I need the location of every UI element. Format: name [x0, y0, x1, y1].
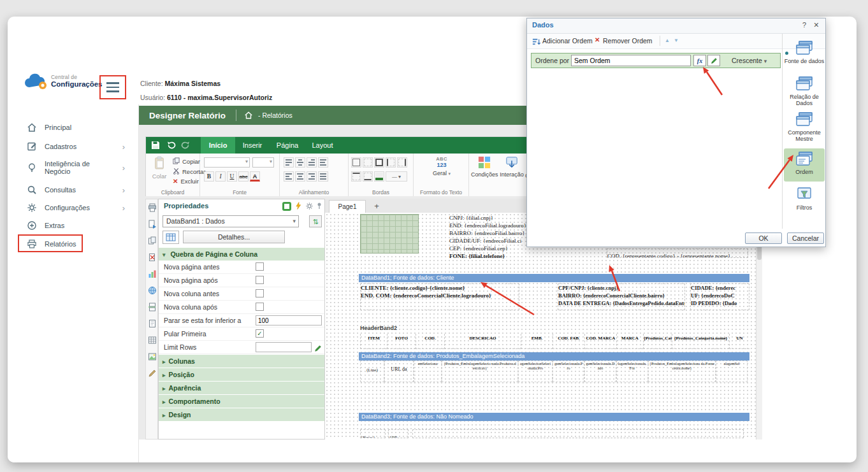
column-header[interactable]: FOTO	[387, 334, 416, 349]
italic-button[interactable]: I	[215, 171, 226, 182]
tool-image-icon[interactable]	[148, 352, 157, 361]
report-cell[interactable]: (Line)	[360, 361, 384, 382]
bold-button[interactable]: B	[204, 171, 214, 182]
dialog-tab-filtros[interactable]: Filtros	[783, 184, 825, 216]
fill-color-icon[interactable]	[374, 171, 384, 182]
section-comportamento[interactable]: ▸Comportamento	[159, 395, 324, 408]
save-icon[interactable]	[150, 140, 161, 153]
close-icon[interactable]: ×	[814, 20, 819, 30]
limit-rows-input[interactable]	[256, 342, 312, 352]
sidebar-item-extras[interactable]: Extras	[8, 218, 139, 233]
report-cell[interactable]: {Produtos_EmbalagemSeleciona da.Forneced…	[648, 361, 716, 382]
order-value-input[interactable]	[571, 55, 691, 66]
tool-edit-icon[interactable]	[148, 369, 157, 378]
fx-button[interactable]: fx	[693, 55, 706, 66]
ok-button[interactable]: OK	[745, 232, 782, 244]
cancel-button[interactable]: Cancelar	[787, 232, 824, 244]
representante-field[interactable]: COD. {representante.codigo} - {represent…	[607, 248, 748, 258]
column-header[interactable]: EMB.	[521, 334, 553, 349]
align-center-icon[interactable]	[295, 171, 305, 182]
text-rotate-icon[interactable]	[318, 157, 328, 168]
home-icon[interactable]	[244, 111, 253, 120]
report-cell[interactable]: URL da	[384, 361, 414, 382]
section-posicao[interactable]: ▸Posição	[159, 368, 324, 381]
selected-region[interactable]	[360, 214, 419, 254]
column-header[interactable]: COD. MARCA	[584, 334, 616, 349]
column-header[interactable]: UN	[729, 334, 749, 349]
dialog-tab-fonte-de-dados[interactable]: Fonte de dados	[783, 38, 825, 72]
section-page-break[interactable]: ▾ Quebra de Página e Coluna	[159, 248, 324, 261]
report-cell[interactable]: APR	[388, 429, 409, 438]
border-top-icon[interactable]	[351, 171, 361, 182]
column-header[interactable]: {Produtos_Categ	[643, 334, 672, 349]
client-mid-field[interactable]: CPF/CNPJ: {cliente.cnpj} BAIRRO: {endere…	[558, 283, 685, 310]
tab-inserir[interactable]: Inserir	[235, 137, 270, 154]
move-down-icon[interactable]: ▼	[674, 38, 679, 43]
tool-blank-page-icon[interactable]	[148, 319, 157, 328]
filial-text-block[interactable]: CNPJ: {filial.cnpj} END: {endrecoFilial.…	[449, 214, 526, 260]
details-button[interactable]: Detalhes...	[183, 231, 285, 243]
tool-grid-icon[interactable]	[148, 336, 157, 345]
databand1-header[interactable]: DataBand1; Fonte de dados: Cliente	[359, 274, 749, 282]
tool-copy-page-icon[interactable]	[148, 236, 157, 245]
report-cell[interactable]	[412, 429, 744, 438]
help-icon[interactable]: ?	[802, 21, 806, 29]
tool-page-break-icon[interactable]	[148, 303, 157, 311]
report-field[interactable]: END: {endrecoFilial.logradouro}	[449, 222, 526, 229]
column-header[interactable]: COD.	[416, 334, 444, 349]
dialog-tab-relacao-de-dados[interactable]: Relação de Dados	[783, 73, 825, 108]
component-selector[interactable]: DataBand1 : Dados ▾	[163, 215, 299, 227]
databand3-header[interactable]: DataBand3; Fonte de dados: Não Nomeado	[359, 413, 749, 421]
move-up-icon[interactable]: ▲	[665, 38, 670, 43]
column-header[interactable]: {Produtos_Categoria.nome}	[672, 334, 729, 349]
tab-inicio[interactable]: Início	[201, 137, 235, 154]
align-left-icon[interactable]	[284, 171, 294, 182]
sidebar-item-consultas[interactable]: Consultas ›	[8, 182, 139, 197]
font-size-combo[interactable]	[252, 157, 274, 168]
report-cell[interactable]: {Fraco}	[360, 429, 386, 438]
border-outer-icon[interactable]	[374, 157, 384, 168]
lightning-icon[interactable]	[295, 201, 302, 213]
databand2-header[interactable]: DataBand2: Fonte de dados: Produtos_Emba…	[359, 352, 749, 361]
tool-globe-icon[interactable]	[148, 286, 157, 295]
border-right-icon[interactable]	[397, 157, 407, 168]
report-cell[interactable]: gemSelecionada.Dado	[584, 361, 616, 382]
checkbox[interactable]	[256, 303, 264, 311]
edit-pencil-icon[interactable]	[707, 55, 720, 66]
delete-button[interactable]: ✕ Excluir	[173, 178, 199, 185]
redo-icon[interactable]	[180, 141, 191, 152]
client-left-field[interactable]: CLIENTE: {cliente.codigo}-{cliente.nome}…	[360, 283, 519, 310]
report-field[interactable]: BAIRRO: {endrecoFilial.bairro}	[449, 229, 526, 237]
checkbox[interactable]	[256, 289, 264, 297]
format-geral-dropdown[interactable]: Geral ▾	[430, 170, 453, 176]
properties-gear-icon[interactable]	[305, 201, 314, 213]
direction-dropdown[interactable]: Crescente ▾	[732, 57, 767, 64]
remove-order-button[interactable]: Remover Ordem	[603, 37, 653, 45]
pin-icon[interactable]	[316, 201, 322, 213]
add-page-button[interactable]: +	[371, 200, 382, 213]
paste-button[interactable]: Colar	[148, 156, 170, 187]
tool-new-page-icon[interactable]	[148, 220, 157, 229]
sidebar-item-cadastros[interactable]: Cadastros ›	[8, 139, 139, 154]
report-cell[interactable]: {Produtos_EmbalagemSelecio nada.Produtos…	[442, 361, 518, 382]
report-field[interactable]: CNPJ: {filial.cnpj}	[449, 214, 526, 222]
font-name-combo[interactable]	[204, 157, 250, 168]
details-table-icon[interactable]	[163, 231, 179, 244]
align-justify-icon[interactable]	[318, 171, 328, 182]
page-tab[interactable]: Page1	[329, 200, 366, 213]
font-color-button[interactable]: A	[250, 171, 260, 182]
tool-chart-icon[interactable]	[148, 269, 157, 278]
dialog-titlebar[interactable]: Dados ? ×	[527, 18, 825, 34]
tool-delete-page-icon[interactable]	[148, 253, 157, 262]
edit-pencil-icon[interactable]	[314, 343, 322, 355]
checkbox[interactable]	[256, 262, 264, 271]
dialog-tab-ordem[interactable]: Ordem	[784, 148, 825, 182]
border-all-icon[interactable]	[351, 157, 361, 168]
dialog-tab-componente-mestre[interactable]: Componente Mestre	[783, 109, 825, 146]
checkbox[interactable]	[256, 276, 264, 284]
add-order-button[interactable]: Adicionar Ordem	[542, 37, 593, 45]
line-style-dropdown[interactable]: — ▾	[386, 171, 407, 182]
section-design[interactable]: ▸Design	[159, 408, 324, 421]
undo-icon[interactable]	[166, 141, 177, 152]
border-left-icon[interactable]	[386, 157, 396, 168]
